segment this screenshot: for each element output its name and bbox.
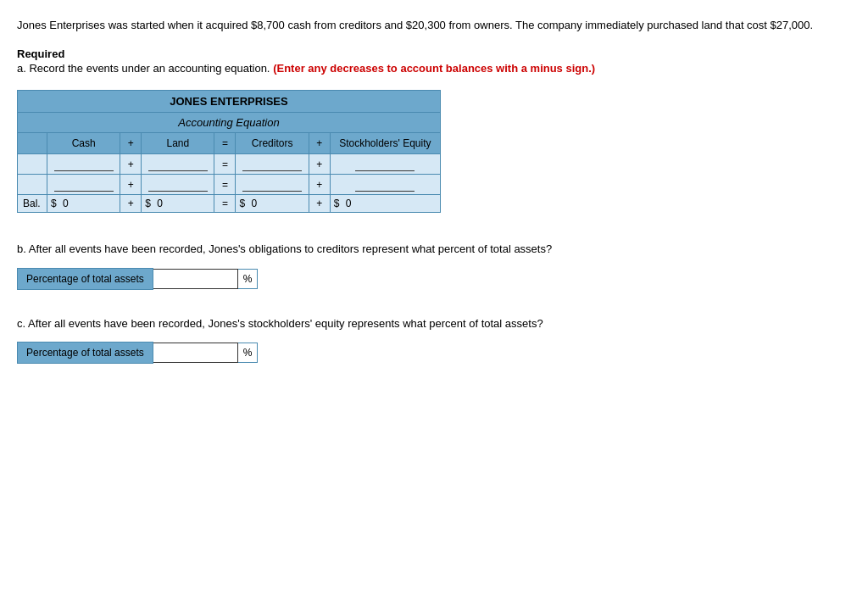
percentage-row-b: Percentage of total assets %	[17, 268, 851, 290]
header-empty	[18, 133, 47, 154]
balance-row: Bal. $ 0 + $ 0 = $ 0 + $ 0	[18, 195, 441, 213]
balance-land-value: 0	[157, 198, 163, 209]
row2-plus2: +	[309, 175, 330, 195]
row1-creditors-input[interactable]	[242, 157, 302, 171]
instruction-a: a. Record the events under an accounting…	[17, 60, 851, 77]
row1-plus1: +	[120, 154, 142, 175]
row1-cash-input[interactable]	[54, 157, 114, 171]
header-stockholders-equity: Stockholders' Equity	[330, 133, 440, 154]
row2-creditors-input-cell[interactable]	[236, 175, 309, 195]
instruction-a-text: a. Record the events under an accounting…	[17, 62, 270, 75]
row2-empty	[18, 175, 47, 195]
header-plus1: +	[120, 133, 142, 154]
required-section: Required a. Record the events under an a…	[17, 47, 851, 77]
balance-equity-cell: $ 0	[330, 195, 440, 213]
row1-land-input-cell[interactable]	[142, 154, 214, 175]
section-b: b. After all events have been recorded, …	[17, 241, 851, 290]
balance-plus2: +	[309, 195, 330, 213]
row2-creditors-input[interactable]	[242, 177, 302, 192]
header-equals: =	[214, 133, 236, 154]
data-row-1: + = +	[18, 154, 441, 175]
balance-equals: =	[214, 195, 236, 213]
row2-land-input-cell[interactable]	[142, 175, 214, 195]
balance-equity-value: 0	[346, 198, 352, 209]
balance-label: Bal.	[18, 195, 47, 213]
row1-equity-input[interactable]	[355, 157, 415, 171]
percentage-symbol-c: %	[238, 343, 259, 363]
percentage-row-c: Percentage of total assets %	[17, 342, 851, 364]
row1-cash-input-cell[interactable]	[47, 154, 120, 175]
balance-cash-cell: $ 0	[47, 195, 120, 213]
section-c: c. After all events have been recorded, …	[17, 315, 851, 365]
row1-creditors-input-cell[interactable]	[236, 154, 309, 175]
question-c-text: c. After all events have been recorded, …	[17, 315, 851, 332]
table-title-row: JONES ENTERPRISES	[18, 91, 441, 113]
balance-creditors-value: 0	[251, 198, 257, 209]
percentage-input-c[interactable]	[153, 343, 238, 363]
balance-cash-symbol: $	[51, 198, 57, 209]
balance-creditors-cell: $ 0	[236, 195, 309, 213]
balance-equity-symbol: $	[334, 198, 340, 209]
table-subtitle: Accounting Equation	[18, 113, 441, 133]
table-subtitle-row: Accounting Equation	[18, 113, 441, 133]
row1-equity-input-cell[interactable]	[330, 154, 440, 175]
row2-plus1: +	[120, 175, 142, 195]
table-title: JONES ENTERPRISES	[18, 91, 441, 113]
row2-equity-input[interactable]	[355, 177, 415, 192]
percentage-label-b: Percentage of total assets	[17, 268, 153, 290]
row2-cash-input-cell[interactable]	[47, 175, 120, 195]
percentage-label-c: Percentage of total assets	[17, 342, 153, 364]
row2-equals: =	[214, 175, 236, 195]
question-b-text: b. After all events have been recorded, …	[17, 241, 851, 258]
row2-equity-input-cell[interactable]	[330, 175, 440, 195]
balance-cash-value: 0	[63, 198, 69, 209]
table-header-row: Cash + Land = Creditors + Stockholders' …	[18, 133, 441, 154]
required-label: Required	[17, 47, 64, 60]
row1-plus2: +	[309, 154, 330, 175]
row2-cash-input[interactable]	[54, 177, 114, 192]
balance-creditors-symbol: $	[239, 198, 245, 209]
accounting-table: JONES ENTERPRISES Accounting Equation Ca…	[17, 90, 441, 213]
header-land: Land	[142, 133, 214, 154]
instruction-a-red: (Enter any decreases to account balances…	[273, 62, 595, 75]
balance-land-cell: $ 0	[142, 195, 214, 213]
percentage-symbol-b: %	[238, 269, 259, 289]
row1-land-input[interactable]	[148, 157, 208, 171]
percentage-input-b[interactable]	[153, 269, 238, 289]
row2-land-input[interactable]	[148, 177, 208, 192]
data-row-2: + = +	[18, 175, 441, 195]
balance-plus1: +	[120, 195, 142, 213]
balance-land-symbol: $	[145, 198, 151, 209]
row1-equals: =	[214, 154, 236, 175]
header-plus2: +	[309, 133, 330, 154]
row1-empty	[18, 154, 47, 175]
intro-text: Jones Enterprises was started when it ac…	[17, 17, 851, 34]
header-creditors: Creditors	[236, 133, 309, 154]
accounting-table-container: JONES ENTERPRISES Accounting Equation Ca…	[17, 90, 441, 213]
header-cash: Cash	[47, 133, 120, 154]
